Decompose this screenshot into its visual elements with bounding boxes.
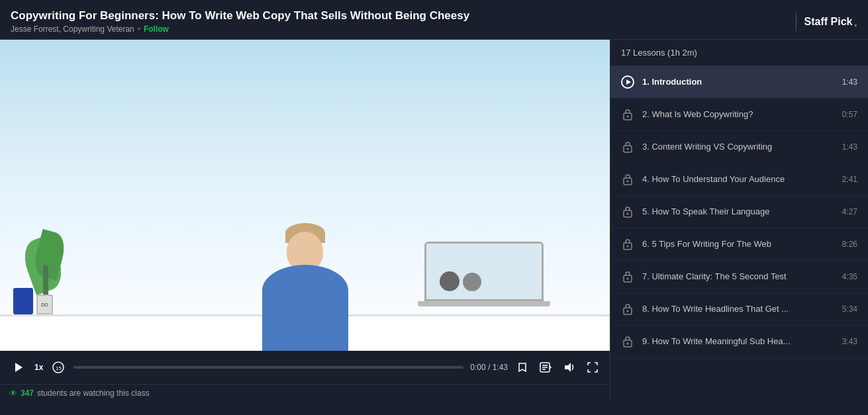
separator: •	[138, 24, 140, 34]
staff-pick-label: Staff Pick	[804, 16, 853, 28]
lock-icon	[621, 140, 634, 154]
svg-point-15	[627, 213, 629, 215]
svg-text:15: 15	[56, 365, 62, 371]
video-section: DO 1x 15	[0, 40, 610, 402]
time-display: 0:00 / 1:43	[470, 363, 508, 372]
lesson-panel: 17 Lessons (1h 2m) 1. Introduction 1:43 …	[610, 40, 868, 402]
play-button[interactable]	[9, 358, 28, 377]
svg-point-21	[627, 310, 629, 312]
lock-icon	[621, 302, 634, 316]
header-divider	[796, 13, 796, 31]
svg-point-9	[627, 116, 629, 118]
lesson-item[interactable]: 5. How To Speak Their Language 4:27	[610, 196, 868, 228]
lock-icon	[621, 335, 634, 348]
pencil-cup	[13, 288, 33, 314]
lesson-panel-header: 17 Lessons (1h 2m)	[610, 40, 868, 66]
lesson-title: 8. How To Write Headlines That Get ...	[642, 304, 834, 315]
svg-point-23	[627, 343, 629, 345]
header-left: Copywriting For Beginners: How To Write …	[11, 9, 469, 34]
lesson-title: 3. Content Writing VS Copywriting	[642, 142, 834, 153]
lesson-item[interactable]: 3. Content Writing VS Copywriting 1:43	[610, 131, 868, 163]
lesson-item[interactable]: 9. How To Write Meaningful Sub Hea... 3:…	[610, 326, 868, 358]
main-content: DO 1x 15	[0, 40, 868, 402]
video-controls: 1x 15 0:00 / 1:43	[0, 351, 610, 384]
do-sign: DO	[36, 295, 53, 314]
watching-count: 347	[21, 389, 34, 398]
laptop	[424, 242, 544, 314]
staff-pick-dot: .	[853, 15, 857, 28]
lesson-title: 1. Introduction	[642, 77, 834, 88]
svg-point-13	[627, 181, 629, 183]
lesson-duration: 1:43	[842, 142, 857, 152]
lesson-title: 6. 5 Tips For Writing For The Web	[642, 239, 834, 250]
volume-button[interactable]	[561, 359, 578, 375]
bookmark-button[interactable]	[514, 359, 530, 375]
lesson-duration: 0:57	[842, 110, 857, 119]
svg-marker-7	[565, 363, 571, 372]
lesson-item[interactable]: 4. How To Understand Your Audience 2:41	[610, 163, 868, 196]
lesson-duration: 8:26	[842, 240, 857, 249]
header-subtitle: Jesse Forrest, Copywriting Veteran • Fol…	[11, 24, 469, 34]
lesson-duration: 4:27	[842, 207, 857, 216]
lesson-list: 1. Introduction 1:43 2. What Is Web Copy…	[610, 66, 868, 402]
person-figure	[262, 228, 348, 351]
video-area[interactable]: DO	[0, 40, 610, 351]
speed-button[interactable]: 1x	[34, 363, 43, 372]
progress-bar[interactable]	[73, 366, 463, 369]
svg-marker-0	[15, 363, 23, 372]
staff-pick-badge: Staff Pick .	[804, 15, 857, 28]
lesson-item[interactable]: 8. How To Write Headlines That Get ... 5…	[610, 293, 868, 326]
lock-icon	[621, 238, 634, 251]
lock-icon	[621, 205, 634, 218]
play-circle-icon	[621, 75, 634, 89]
lesson-title: 7. Ultimate Clarity: The 5 Second Test	[642, 271, 834, 283]
svg-point-19	[627, 278, 629, 280]
eye-icon: 👁	[9, 389, 17, 398]
watching-bar: 👁 347 students are watching this class	[0, 384, 610, 402]
notes-button[interactable]	[537, 359, 554, 375]
lesson-item[interactable]: 6. 5 Tips For Writing For The Web 8:26	[610, 228, 868, 261]
lesson-title: 4. How To Understand Your Audience	[642, 174, 834, 185]
svg-point-11	[627, 148, 629, 150]
lesson-title: 2. What Is Web Copywriting?	[642, 109, 834, 120]
header-right: Staff Pick .	[788, 13, 857, 31]
lock-icon	[621, 173, 634, 186]
rewind-button[interactable]: 15	[50, 359, 67, 376]
lesson-item[interactable]: 1. Introduction 1:43	[610, 66, 868, 99]
lock-icon	[621, 108, 634, 121]
author-name: Jesse Forrest, Copywriting Veteran	[11, 24, 134, 34]
lesson-duration: 2:41	[842, 175, 857, 184]
lesson-item[interactable]: 2. What Is Web Copywriting? 0:57	[610, 99, 868, 131]
follow-button[interactable]: Follow	[144, 24, 169, 34]
lesson-duration: 3:43	[842, 337, 857, 346]
lesson-item[interactable]: 7. Ultimate Clarity: The 5 Second Test 4…	[610, 261, 868, 293]
page-header: Copywriting For Beginners: How To Write …	[0, 0, 868, 40]
lesson-duration: 4:35	[842, 272, 857, 281]
fullscreen-button[interactable]	[585, 359, 601, 375]
watching-suffix: students are watching this class	[37, 389, 149, 398]
lesson-title: 9. How To Write Meaningful Sub Hea...	[642, 336, 834, 347]
svg-point-17	[627, 246, 629, 248]
lesson-title: 5. How To Speak Their Language	[642, 207, 834, 218]
page-title: Copywriting For Beginners: How To Write …	[11, 9, 469, 23]
video-thumbnail: DO	[0, 40, 610, 351]
lesson-duration: 1:43	[842, 77, 857, 87]
lesson-duration: 5:34	[842, 304, 857, 314]
lock-icon	[621, 270, 634, 283]
